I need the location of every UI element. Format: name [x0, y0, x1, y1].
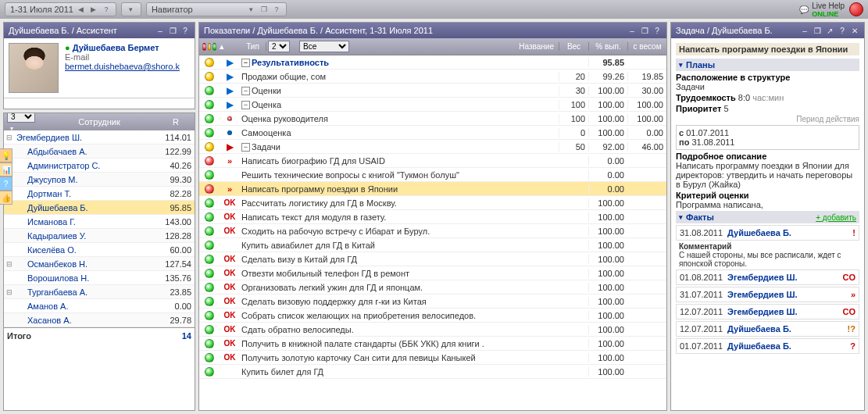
sort-icon[interactable]: ▴	[220, 41, 240, 52]
fact-row[interactable]: 31.07.2011Эгембердиев Ш.»	[676, 287, 859, 302]
employee-row[interactable]: ⊟Турганбаева А.23.85	[4, 285, 195, 299]
collapse-icon[interactable]: −	[241, 101, 250, 109]
employee-row[interactable]: Дуйшебаева Б.95.85	[4, 201, 195, 215]
employee-row[interactable]: Абдыбачаев А.122.99	[4, 145, 195, 159]
indicator-row[interactable]: OKПолучить в книжной палате стандарты (Б…	[199, 337, 666, 351]
maximize-icon[interactable]: ❐	[640, 26, 649, 35]
employee-row[interactable]: Ворошилова Н.135.76	[4, 271, 195, 285]
employee-row[interactable]: ⊟Османбеков Н.127.54	[4, 257, 195, 271]
employee-table[interactable]: ⊟Эгембердиев Ш.114.01Абдыбачаев А.122.99…	[4, 130, 195, 327]
indicator-row[interactable]: OKОтвезти мобильный телефон ГД в ремонт1…	[199, 266, 666, 280]
fact-row[interactable]: 01.07.2011Дуйшебаева Б.?	[676, 338, 859, 354]
restore-icon[interactable]: ❐	[813, 26, 822, 35]
ext-icon[interactable]: ▾	[121, 2, 141, 16]
minimize-icon[interactable]: –	[800, 26, 809, 35]
indicator-row[interactable]: ▶−Результативность95.85	[199, 55, 666, 70]
traffic-icon[interactable]	[199, 43, 220, 51]
expand-icon[interactable]: ⊟	[4, 288, 15, 296]
fact-date: 31.08.2011	[680, 228, 723, 237]
indicator-row[interactable]: OKСобрать список желающих на приобретени…	[199, 309, 666, 323]
employee-row[interactable]: Дортман Т.82.28	[4, 187, 195, 201]
employee-row[interactable]: Администратор С.40.26	[4, 159, 195, 173]
indicator-row[interactable]: OKНаписать текст для модуля в газету.100…	[199, 210, 666, 224]
fact-row[interactable]: 12.07.2011Эгембердиев Ш.CO	[676, 304, 859, 319]
side-tab-2[interactable]: 📊	[0, 162, 13, 177]
indicator-row[interactable]: ▶Продажи общие, сом2099.2619.85	[199, 70, 666, 84]
live-help[interactable]: 💬 Live Help ONLINE	[799, 2, 845, 18]
indicator-row[interactable]: Решить технические вопросы с книгой "Тук…	[199, 168, 666, 182]
indicator-name: Рассчитать логистику для ГД в Москву.	[241, 198, 397, 208]
facts-section[interactable]: Факты добавить	[676, 211, 859, 223]
email-link[interactable]: bermet.duishebaeva@shoro.k	[65, 62, 190, 71]
employee-row[interactable]: Киселёва О.60.00	[4, 243, 195, 257]
indicator-row[interactable]: OKПолучить золотую карточку Сан сити для…	[199, 351, 666, 365]
minimize-icon[interactable]: –	[155, 26, 165, 35]
indicator-row[interactable]: OKСходить на рабочую встречу с Ибарат и …	[199, 224, 666, 238]
expand-icon[interactable]: ⊟	[4, 134, 15, 141]
side-tab-4[interactable]: 👍	[0, 191, 13, 205]
indicator-row[interactable]: OKСдать обратно велосипеды.100.00	[199, 323, 666, 337]
indicator-row[interactable]: Купить билет для ГД100.00	[199, 365, 666, 379]
help-icon[interactable]: ?	[180, 26, 190, 35]
fact-author: Эгембердиев Ш.	[727, 307, 838, 316]
expand-icon[interactable]: ⊟	[4, 260, 15, 268]
indicator-row[interactable]: Купить авиабилет для ГД в Китай100.00	[199, 238, 666, 252]
col-wpct[interactable]: с весом	[627, 42, 666, 51]
indicator-row[interactable]: OKРассчитать логистику для ГД в Москву.1…	[199, 196, 666, 210]
fact-row[interactable]: 01.08.2011Эгембердиев Ш.CO	[676, 269, 859, 285]
employee-row[interactable]: Аманов А.0.00	[4, 299, 195, 313]
minimize-icon[interactable]: –	[627, 26, 637, 35]
depth-select[interactable]: 2	[268, 41, 290, 52]
maximize-icon[interactable]: ❐	[168, 26, 177, 35]
indicator-row[interactable]: »Написать программу поездки в Японии0.00	[199, 182, 666, 196]
employee-row[interactable]: Кадыралиев У.128.28	[4, 229, 195, 243]
side-tab-1[interactable]: 💡	[0, 148, 13, 162]
employee-row[interactable]: Джусупов М.99.30	[4, 173, 195, 187]
indicator-row[interactable]: OKСделать визу в Китай для ГД100.00	[199, 252, 666, 266]
col-type[interactable]: Тип	[240, 42, 266, 51]
forward-icon: »	[227, 184, 232, 194]
col-r[interactable]: R	[157, 117, 195, 127]
collapse-icon[interactable]: −	[241, 143, 250, 152]
close-icon[interactable]: ✕	[850, 26, 859, 35]
plans-section[interactable]: Планы	[676, 59, 859, 71]
email-label: E-mail	[65, 52, 190, 62]
employee-row[interactable]: Исманова Г.143.00	[4, 215, 195, 229]
help-icon[interactable]: ?	[652, 26, 662, 35]
indicator-row[interactable]: Самооценка0100.000.00	[199, 126, 666, 140]
help-icon[interactable]: ?	[102, 5, 111, 14]
indicator-row[interactable]: Оценка руководителя100100.00100.00	[199, 112, 666, 126]
employee-r: 135.76	[157, 273, 195, 283]
indicators-table[interactable]: ▶−Результативность95.85▶Продажи общие, с…	[199, 55, 666, 410]
fact-row[interactable]: 31.08.2011Дуйшебаева Б.!	[676, 225, 859, 241]
navigator-dropdown[interactable]: Навигатор ▾ ❐ ?	[146, 2, 287, 16]
indicator-row[interactable]: OKСделать визовую поддержку для г-ки из …	[199, 294, 666, 309]
filter-select[interactable]: Все	[299, 41, 349, 52]
prev-icon[interactable]: ◀	[77, 5, 86, 14]
indicator-row[interactable]: »Написать биографию ГД для USAID0.00	[199, 154, 666, 168]
level-select[interactable]: 3	[7, 112, 35, 123]
next-icon[interactable]: ▶	[89, 5, 98, 14]
period-selector[interactable]: 1-31 Июля 2011 ◀ ▶ ?	[5, 2, 116, 16]
indicator-row[interactable]: ▶−Оценки30100.0030.00	[199, 84, 666, 98]
col-pct[interactable]: % вып.	[588, 42, 627, 51]
status-dot	[205, 311, 214, 320]
col-weight[interactable]: Вес	[559, 42, 588, 51]
employee-row[interactable]: ⊟Эгембердиев Ш.114.01	[4, 130, 195, 145]
fact-row[interactable]: 12.07.2011Дуйшебаева Б.!?	[676, 321, 859, 337]
side-tab-3[interactable]: ?	[0, 177, 13, 191]
help-icon[interactable]: ?	[838, 26, 847, 35]
indicator-row[interactable]: ▶−Задачи5092.0046.00	[199, 140, 666, 154]
collapse-icon[interactable]: −	[241, 87, 250, 95]
employee-row[interactable]: Хасанов А.29.78	[4, 313, 195, 327]
help2-icon[interactable]: ?	[272, 5, 281, 14]
col-name[interactable]: Название	[352, 42, 559, 51]
add-fact-link[interactable]: добавить	[816, 213, 856, 222]
window-icon[interactable]: ❐	[259, 5, 269, 14]
indicator-row[interactable]: ▶−Оценка100100.00100.00	[199, 98, 666, 112]
collapse-icon[interactable]: −	[241, 59, 250, 67]
indicator-row[interactable]: OKОрганизовать легкий ужин для ГД и япон…	[199, 280, 666, 294]
forward-icon[interactable]: ↗	[825, 26, 834, 35]
stop-button[interactable]	[849, 2, 863, 16]
col-employee[interactable]: Сотрудник	[41, 117, 157, 127]
